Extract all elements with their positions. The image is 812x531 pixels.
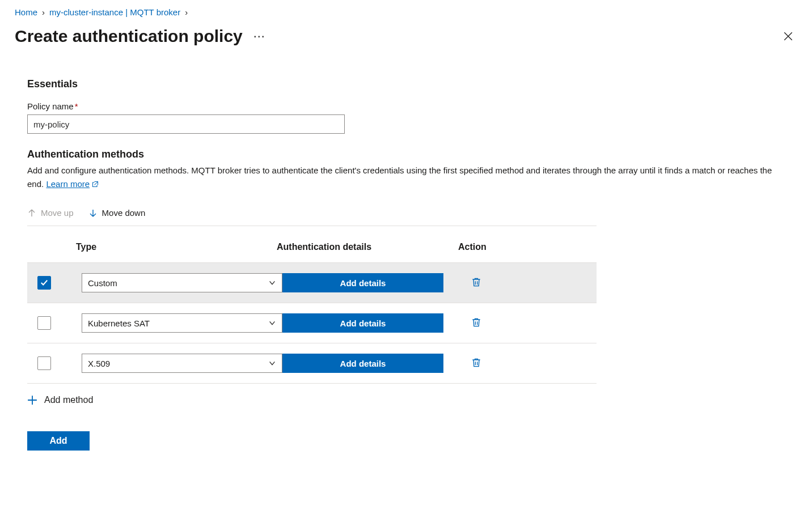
check-icon	[40, 279, 48, 287]
auth-methods-heading: Authentication methods	[27, 148, 812, 160]
arrow-down-icon	[88, 209, 98, 218]
row-checkbox[interactable]	[37, 276, 51, 290]
type-select[interactable]: Custom	[82, 273, 282, 292]
add-method-label: Add method	[44, 395, 93, 405]
chevron-down-icon	[268, 279, 276, 287]
col-header-details: Authentication details	[277, 242, 458, 252]
footer: Add	[27, 431, 812, 451]
more-icon[interactable]: …	[253, 26, 267, 46]
chevron-down-icon	[268, 359, 276, 367]
close-icon	[783, 31, 793, 41]
auth-methods-description: Add and configure authentication methods…	[27, 164, 812, 191]
auth-methods-table: Type Authentication details Action Custo…	[27, 242, 597, 405]
close-button[interactable]	[780, 28, 796, 44]
reorder-toolbar: Move up Move down	[27, 208, 597, 226]
col-header-type: Type	[61, 242, 277, 252]
delete-row-button[interactable]	[464, 317, 602, 330]
type-select-value: X.509	[88, 359, 110, 368]
type-select-value: Custom	[88, 278, 117, 288]
title-row: Create authentication policy …	[15, 26, 796, 46]
add-button[interactable]: Add	[27, 431, 90, 451]
add-details-button[interactable]: Add details	[282, 354, 443, 373]
delete-row-button[interactable]	[464, 277, 602, 290]
trash-icon	[471, 317, 482, 328]
chevron-down-icon	[268, 319, 276, 327]
col-header-action: Action	[458, 242, 597, 252]
move-down-button[interactable]: Move down	[88, 208, 146, 218]
policy-name-input[interactable]	[27, 114, 345, 134]
table-header: Type Authentication details Action	[27, 242, 597, 262]
required-asterisk: *	[75, 101, 78, 111]
external-link-icon	[92, 181, 99, 188]
learn-more-link[interactable]: Learn more	[46, 177, 99, 191]
chevron-right-icon: ›	[184, 7, 189, 18]
page-title: Create authentication policy	[15, 26, 243, 46]
move-up-button: Move up	[27, 208, 74, 218]
trash-icon	[471, 277, 482, 288]
chevron-right-icon: ›	[41, 7, 46, 18]
policy-name-label: Policy name*	[27, 101, 812, 111]
table-row: X.509 Add details	[27, 343, 597, 384]
arrow-up-icon	[27, 209, 36, 218]
type-select[interactable]: Kubernetes SAT	[82, 313, 282, 333]
breadcrumb-home-link[interactable]: Home	[15, 7, 37, 18]
type-select-value: Kubernetes SAT	[88, 318, 150, 328]
breadcrumb-instance-link[interactable]: my-cluster-instance | MQTT broker	[49, 7, 180, 18]
plus-icon	[27, 395, 37, 405]
add-details-button[interactable]: Add details	[282, 273, 443, 292]
breadcrumb: Home › my-cluster-instance | MQTT broker…	[15, 7, 812, 18]
delete-row-button[interactable]	[464, 357, 602, 370]
row-checkbox[interactable]	[37, 356, 51, 370]
add-method-button[interactable]: Add method	[27, 394, 597, 405]
table-row: Custom Add details	[27, 262, 597, 303]
trash-icon	[471, 357, 482, 368]
add-details-button[interactable]: Add details	[282, 313, 443, 333]
row-checkbox[interactable]	[37, 316, 51, 330]
essentials-heading: Essentials	[27, 78, 812, 90]
type-select[interactable]: X.509	[82, 354, 282, 373]
table-row: Kubernetes SAT Add details	[27, 303, 597, 343]
